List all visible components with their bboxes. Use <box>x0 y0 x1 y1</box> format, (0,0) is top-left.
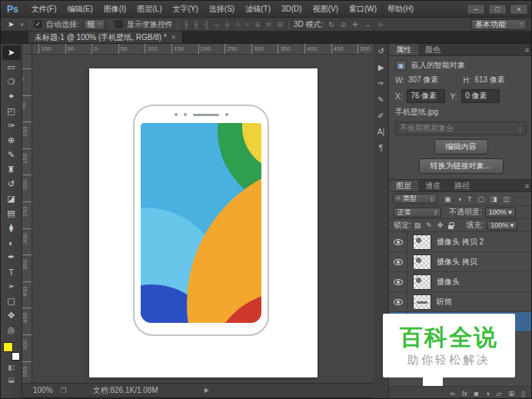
foreground-color-swatch[interactable] <box>3 342 13 352</box>
artboard[interactable] <box>89 68 318 377</box>
layer-thumbnail[interactable] <box>413 274 431 290</box>
panel-menu-icon[interactable]: ≡ <box>525 180 529 191</box>
auto-select-checkbox[interactable]: ✓ <box>35 21 42 28</box>
tab-properties[interactable]: 属性 <box>389 44 418 55</box>
visibility-cell[interactable] <box>389 292 407 311</box>
convert-to-linked-button[interactable]: 转换为链接对象… <box>419 158 504 174</box>
zoom-level[interactable]: 100% <box>33 386 53 394</box>
lock-image-pixels-icon[interactable]: ✎ <box>426 221 432 229</box>
auto-select-dropdown[interactable]: 组 ↕ <box>84 19 105 30</box>
vertical-ruler[interactable]: 050100150200250300350400450500550 <box>22 55 32 383</box>
healing-brush-tool[interactable]: ⊕ <box>2 133 21 148</box>
styles-panel-icon[interactable]: ✑ <box>377 79 384 88</box>
path-selection-tool[interactable]: ➣ <box>2 279 21 294</box>
eye-icon[interactable] <box>394 259 403 265</box>
lasso-tool[interactable]: ❍ <box>2 75 21 89</box>
crop-tool[interactable]: ◰ <box>2 104 21 118</box>
blend-mode-dropdown[interactable]: 正常 ↕ <box>394 208 441 218</box>
canvas-area[interactable] <box>32 55 374 383</box>
status-expand-icon[interactable]: ❐ <box>61 387 67 394</box>
visibility-cell[interactable] <box>389 252 407 271</box>
status-flyout-icon[interactable]: ▶ <box>204 387 209 394</box>
link-layers-icon[interactable]: ∞ <box>450 390 454 397</box>
filter-shape-layers-icon[interactable]: ▢ <box>477 195 484 203</box>
close-button[interactable]: × <box>510 4 528 15</box>
zoom-tool[interactable]: ◎ <box>2 323 21 337</box>
auto-align-icon[interactable]: ⊞ <box>276 21 284 28</box>
layer-effects-icon[interactable]: fx <box>462 390 467 397</box>
filter-type-dropdown[interactable]: ⌕ 类型 ↕ <box>393 194 437 204</box>
move-tool-icon[interactable]: ➤ <box>7 20 15 28</box>
menu-item[interactable]: 滤镜(T) <box>240 4 276 15</box>
horizontal-ruler[interactable]: 10050050100150200250300350400450500 <box>22 44 374 55</box>
menu-item[interactable]: 文件(F) <box>26 4 62 15</box>
distribute-left-icon[interactable]: ≡ <box>244 21 250 28</box>
layer-thumbnail[interactable] <box>413 234 431 250</box>
menu-item[interactable]: 图层(L) <box>131 4 167 15</box>
ruler-origin[interactable] <box>22 44 32 55</box>
menu-item[interactable]: 文字(Y) <box>168 4 204 15</box>
screen-mode-icon[interactable]: ⬓ <box>7 376 15 384</box>
eyedropper-tool[interactable]: ✑ <box>2 118 21 133</box>
layer-row[interactable]: 摄像头 拷贝 2 <box>389 232 532 252</box>
tool-preset-chevron-icon[interactable]: ▾ <box>19 21 25 28</box>
eraser-tool[interactable]: ◪ <box>2 191 21 206</box>
align-horizontal-centers-icon[interactable]: ╫ <box>193 21 199 28</box>
lock-position-icon[interactable]: ✥ <box>437 221 444 229</box>
adjustment-layer-icon[interactable]: ◑ <box>485 390 489 397</box>
layer-comp-dropdown[interactable]: 不使用图层复合 ↕ <box>395 121 527 135</box>
filter-smart-objects-icon[interactable]: ◨ <box>490 195 497 203</box>
layer-row[interactable]: 听筒 <box>389 292 532 312</box>
menu-item[interactable]: 选择(S) <box>204 4 240 15</box>
lock-all-icon[interactable] <box>448 225 454 229</box>
align-right-edges-icon[interactable]: ╢ <box>203 21 209 28</box>
align-top-edges-icon[interactable]: ╤ <box>214 21 220 28</box>
3d-slide-icon[interactable]: ↔ <box>364 21 372 28</box>
history-panel-icon[interactable]: ↺ <box>377 47 384 55</box>
menu-item[interactable]: 帮助(H) <box>382 4 419 15</box>
3d-scale-icon[interactable]: ⊹ <box>377 21 384 28</box>
distribute-right-icon[interactable]: ≋ <box>265 21 273 28</box>
tool-presets-panel-icon[interactable]: ✐ <box>377 111 384 120</box>
workspace-dropdown[interactable]: 基本功能 ↕ <box>471 19 527 30</box>
filter-adjustment-layers-icon[interactable]: ◑ <box>457 195 461 203</box>
quick-selection-tool[interactable]: ✦ <box>2 89 21 104</box>
character-panel-icon[interactable]: A| <box>377 128 384 136</box>
align-left-edges-icon[interactable]: ╟ <box>183 21 189 28</box>
hand-tool[interactable]: ✥ <box>2 308 21 323</box>
pen-tool[interactable]: ✒ <box>2 250 21 264</box>
maximize-button[interactable]: □ <box>488 4 507 15</box>
type-tool[interactable]: T <box>2 264 21 279</box>
distribute-centers-icon[interactable]: ≣ <box>254 21 261 28</box>
menu-item[interactable]: 图像(I) <box>98 4 131 15</box>
panel-menu-icon[interactable]: ≡ <box>525 44 529 55</box>
menu-item[interactable]: 视图(V) <box>308 4 344 15</box>
minimize-button[interactable]: – <box>467 4 485 15</box>
eye-icon[interactable] <box>394 299 403 305</box>
tab-paths[interactable]: 路径 <box>447 180 477 191</box>
delete-layer-icon[interactable]: ▯ <box>521 390 525 397</box>
show-transform-checkbox[interactable] <box>115 21 122 28</box>
paragraph-panel-icon[interactable]: ¶ <box>379 144 383 152</box>
move-tool[interactable]: ➤ <box>2 45 21 60</box>
blur-tool[interactable]: ⧫ <box>2 221 21 235</box>
menu-item[interactable]: 3D(D) <box>276 5 308 13</box>
visibility-cell[interactable] <box>389 272 407 291</box>
fill-dropdown[interactable]: 100% ▾ <box>487 221 517 231</box>
filter-toggle-icon[interactable]: ◫ <box>503 195 510 203</box>
tab-color[interactable]: 颜色 <box>418 44 447 55</box>
eye-icon[interactable] <box>394 279 403 285</box>
phone-mockup[interactable] <box>133 105 269 336</box>
brush-tool[interactable]: ✎ <box>2 148 21 162</box>
layer-row[interactable]: 摄像头 拷贝 <box>389 252 532 272</box>
menu-item[interactable]: 窗口(W) <box>344 4 382 15</box>
filter-pixel-layers-icon[interactable]: ▣ <box>444 195 451 203</box>
3d-drag-icon[interactable]: ✛ <box>351 21 359 28</box>
x-input[interactable]: 76 像素 <box>407 89 445 103</box>
dodge-tool[interactable]: ◐ <box>2 235 21 250</box>
shape-tool[interactable]: ▢ <box>2 294 21 308</box>
new-layer-icon[interactable]: ⊞ <box>509 390 515 397</box>
y-input[interactable]: 0 像素 <box>461 89 500 103</box>
quick-mask-icon[interactable]: ◧ <box>7 364 15 371</box>
filter-type-layers-icon[interactable]: T <box>467 195 472 203</box>
